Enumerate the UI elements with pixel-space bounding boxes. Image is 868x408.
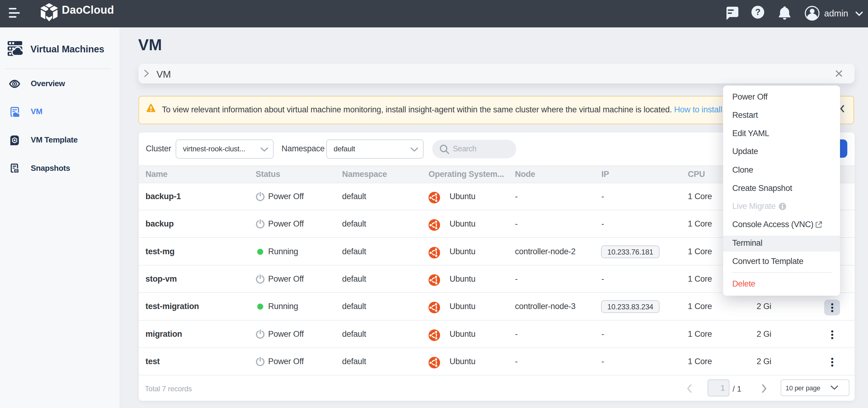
svg-text:?: ? (755, 7, 761, 17)
